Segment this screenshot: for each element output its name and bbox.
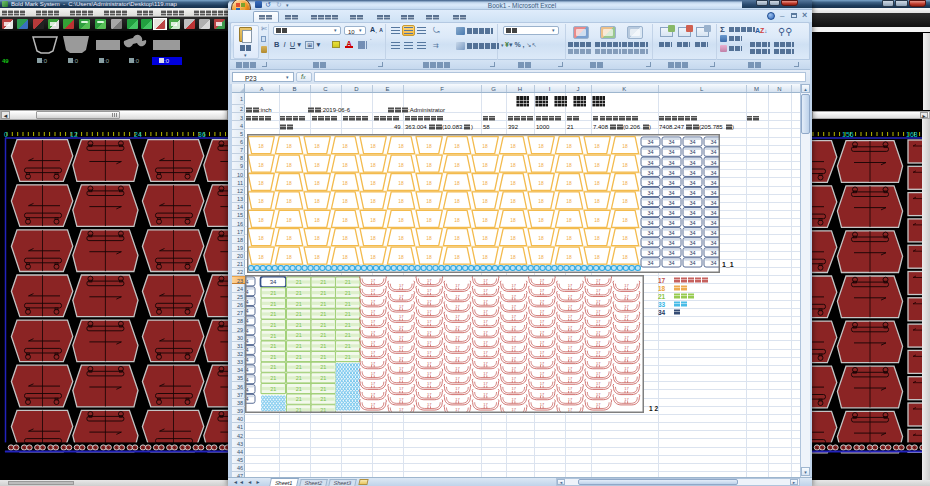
svg-text:168: 168 xyxy=(906,131,918,138)
svg-text:18: 18 xyxy=(510,199,516,204)
svg-text:21: 21 xyxy=(320,290,326,296)
svg-text:34: 34 xyxy=(689,260,695,266)
svg-text:18: 18 xyxy=(370,218,376,223)
svg-text:21: 21 xyxy=(296,311,302,317)
svg-text:18: 18 xyxy=(482,181,488,186)
svg-text:21: 21 xyxy=(320,322,326,328)
svg-text:18: 18 xyxy=(258,144,264,149)
svg-text:18: 18 xyxy=(342,218,348,223)
svg-text:34: 34 xyxy=(689,190,695,196)
svg-text:21: 21 xyxy=(270,364,276,370)
svg-text:21: 21 xyxy=(320,279,326,285)
svg-text:34: 34 xyxy=(668,250,674,256)
svg-text:34: 34 xyxy=(668,170,674,176)
svg-text:34: 34 xyxy=(689,250,695,256)
svg-text:18: 18 xyxy=(622,255,628,260)
svg-text:34: 34 xyxy=(668,210,674,216)
svg-text:34: 34 xyxy=(668,149,674,155)
svg-text:34: 34 xyxy=(710,149,716,155)
svg-text:18: 18 xyxy=(510,218,516,223)
svg-text:21: 21 xyxy=(270,311,276,317)
svg-text:18: 18 xyxy=(594,218,600,223)
svg-text:34: 34 xyxy=(668,200,674,206)
svg-text:18: 18 xyxy=(454,181,460,186)
svg-text:34: 34 xyxy=(710,139,716,145)
svg-text:18: 18 xyxy=(566,144,572,149)
svg-text:18: 18 xyxy=(538,144,544,149)
svg-text:34: 34 xyxy=(647,190,653,196)
svg-text:21: 21 xyxy=(296,279,302,285)
svg-text:18: 18 xyxy=(342,255,348,260)
svg-text:34: 34 xyxy=(647,160,653,166)
svg-text:34: 34 xyxy=(689,149,695,155)
svg-text:18: 18 xyxy=(538,181,544,186)
svg-text:18: 18 xyxy=(342,236,348,241)
svg-text:34: 34 xyxy=(710,220,716,226)
svg-text:18: 18 xyxy=(622,144,628,149)
svg-text:21: 21 xyxy=(345,322,351,328)
svg-text:21: 21 xyxy=(345,279,351,285)
svg-text:21: 21 xyxy=(345,301,351,307)
svg-text:18: 18 xyxy=(314,144,320,149)
svg-text:18: 18 xyxy=(286,255,292,260)
svg-text:21: 21 xyxy=(320,311,326,317)
svg-text:18: 18 xyxy=(342,181,348,186)
svg-text:18: 18 xyxy=(622,236,628,241)
svg-text:34: 34 xyxy=(647,210,653,216)
svg-text:18: 18 xyxy=(454,236,460,241)
svg-text:18: 18 xyxy=(342,163,348,168)
svg-text:18: 18 xyxy=(538,163,544,168)
svg-text:21: 21 xyxy=(296,396,302,402)
svg-text:18: 18 xyxy=(258,199,264,204)
svg-text:34: 34 xyxy=(270,279,277,285)
svg-text:34: 34 xyxy=(647,240,653,246)
svg-text:18: 18 xyxy=(482,144,488,149)
svg-text:18: 18 xyxy=(594,236,600,241)
svg-text:21: 21 xyxy=(296,386,302,392)
svg-text:18: 18 xyxy=(566,181,572,186)
svg-text:34: 34 xyxy=(647,149,653,155)
svg-text:18: 18 xyxy=(426,236,432,241)
svg-text:34: 34 xyxy=(668,190,674,196)
svg-text:21: 21 xyxy=(270,375,276,381)
svg-text:18: 18 xyxy=(314,163,320,168)
svg-text:18: 18 xyxy=(258,236,264,241)
svg-text:34: 34 xyxy=(668,230,674,236)
svg-text:18: 18 xyxy=(594,181,600,186)
svg-text:18: 18 xyxy=(566,218,572,223)
svg-text:18: 18 xyxy=(426,144,432,149)
svg-text:18: 18 xyxy=(482,163,488,168)
svg-text:34: 34 xyxy=(689,170,695,176)
svg-text:18: 18 xyxy=(370,163,376,168)
svg-text:21: 21 xyxy=(345,343,351,349)
svg-text:34: 34 xyxy=(647,139,653,145)
svg-text:21: 21 xyxy=(296,375,302,381)
svg-text:18: 18 xyxy=(286,199,292,204)
svg-text:18: 18 xyxy=(622,199,628,204)
svg-text:21: 21 xyxy=(320,332,326,338)
svg-text:18: 18 xyxy=(314,218,320,223)
svg-text:18: 18 xyxy=(426,163,432,168)
svg-text:21: 21 xyxy=(270,386,276,392)
svg-text:18: 18 xyxy=(286,236,292,241)
svg-text:21: 21 xyxy=(320,396,326,402)
svg-text:18: 18 xyxy=(258,181,264,186)
svg-text:18: 18 xyxy=(398,144,404,149)
svg-text:21: 21 xyxy=(345,332,351,338)
svg-text:34: 34 xyxy=(689,230,695,236)
svg-text:18: 18 xyxy=(286,181,292,186)
svg-text:18: 18 xyxy=(454,163,460,168)
svg-text:18: 18 xyxy=(314,236,320,241)
svg-text:0: 0 xyxy=(4,131,8,138)
svg-text:21: 21 xyxy=(345,311,351,317)
svg-text:18: 18 xyxy=(454,255,460,260)
svg-text:34: 34 xyxy=(647,260,653,266)
svg-text:18: 18 xyxy=(482,255,488,260)
svg-text:18: 18 xyxy=(398,181,404,186)
svg-text:18: 18 xyxy=(566,199,572,204)
svg-text:21: 21 xyxy=(320,364,326,370)
svg-text:18: 18 xyxy=(342,144,348,149)
svg-text:21: 21 xyxy=(270,301,276,307)
svg-text:21: 21 xyxy=(270,354,276,360)
svg-text:18: 18 xyxy=(594,199,600,204)
